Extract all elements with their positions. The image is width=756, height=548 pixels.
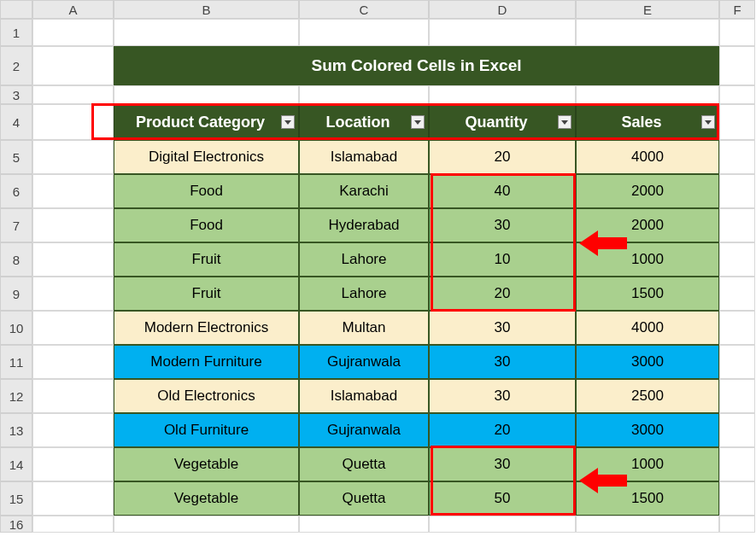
- cell-row16[interactable]: [429, 516, 576, 533]
- header-location[interactable]: Location: [299, 104, 429, 140]
- cell-f11[interactable]: [719, 345, 755, 379]
- cell-a1[interactable]: [32, 19, 114, 46]
- cell-b3[interactable]: [114, 85, 299, 104]
- row-header-8[interactable]: 8: [0, 242, 32, 277]
- col-header-c[interactable]: C: [299, 0, 429, 19]
- cell-row16[interactable]: [299, 516, 429, 533]
- table-cell-location[interactable]: Multan: [299, 311, 429, 345]
- cell-a7[interactable]: [32, 208, 114, 242]
- cell-f9[interactable]: [719, 277, 755, 311]
- cell-f8[interactable]: [719, 242, 755, 277]
- table-cell-location[interactable]: Hyderabad: [299, 208, 429, 242]
- cell-row16[interactable]: [719, 516, 755, 533]
- table-cell-category[interactable]: Fruit: [114, 242, 299, 277]
- filter-dropdown-icon[interactable]: [701, 115, 715, 129]
- table-cell-category[interactable]: Vegetable: [114, 447, 299, 481]
- col-header-d[interactable]: D: [429, 0, 576, 19]
- header-quantity[interactable]: Quantity: [429, 104, 576, 140]
- cell-a6[interactable]: [32, 174, 114, 208]
- table-cell-sales[interactable]: 2500: [576, 379, 719, 413]
- cell-a11[interactable]: [32, 345, 114, 379]
- table-cell-sales[interactable]: 3000: [576, 413, 719, 447]
- table-cell-location[interactable]: Karachi: [299, 174, 429, 208]
- row-header-10[interactable]: 10: [0, 311, 32, 345]
- cell-f4[interactable]: [719, 104, 755, 140]
- table-cell-sales[interactable]: 1500: [576, 481, 719, 516]
- row-header-5[interactable]: 5: [0, 140, 32, 174]
- row-header-4[interactable]: 4: [0, 104, 32, 140]
- table-cell-quantity[interactable]: 50: [429, 481, 576, 516]
- table-cell-category[interactable]: Vegetable: [114, 481, 299, 516]
- row-header-14[interactable]: 14: [0, 447, 32, 481]
- table-cell-quantity[interactable]: 30: [429, 345, 576, 379]
- table-cell-sales[interactable]: 3000: [576, 345, 719, 379]
- table-cell-quantity[interactable]: 10: [429, 242, 576, 277]
- row-header-15[interactable]: 15: [0, 481, 32, 516]
- cell-c3[interactable]: [299, 85, 429, 104]
- cell-row16[interactable]: [114, 516, 299, 533]
- table-cell-quantity[interactable]: 20: [429, 277, 576, 311]
- table-cell-category[interactable]: Food: [114, 208, 299, 242]
- cell-f6[interactable]: [719, 174, 755, 208]
- cell-f14[interactable]: [719, 447, 755, 481]
- cell-a15[interactable]: [32, 481, 114, 516]
- table-cell-category[interactable]: Modern Electronics: [114, 311, 299, 345]
- row-header-12[interactable]: 12: [0, 379, 32, 413]
- header-product-category[interactable]: Product Category: [114, 104, 299, 140]
- row-header-7[interactable]: 7: [0, 208, 32, 242]
- row-header-3[interactable]: 3: [0, 85, 32, 104]
- filter-dropdown-icon[interactable]: [281, 115, 295, 129]
- cell-a13[interactable]: [32, 413, 114, 447]
- table-cell-quantity[interactable]: 30: [429, 379, 576, 413]
- cell-e1[interactable]: [576, 19, 719, 46]
- table-cell-quantity[interactable]: 20: [429, 413, 576, 447]
- table-cell-category[interactable]: Old Electronics: [114, 379, 299, 413]
- cell-d1[interactable]: [429, 19, 576, 46]
- cell-f12[interactable]: [719, 379, 755, 413]
- table-cell-location[interactable]: Quetta: [299, 447, 429, 481]
- cell-a12[interactable]: [32, 379, 114, 413]
- table-cell-category[interactable]: Modern Furniture: [114, 345, 299, 379]
- select-all-corner[interactable]: [0, 0, 32, 19]
- table-cell-sales[interactable]: 2000: [576, 208, 719, 242]
- row-header-16[interactable]: 16: [0, 516, 32, 533]
- table-cell-location[interactable]: Gujranwala: [299, 345, 429, 379]
- table-cell-location[interactable]: Islamabad: [299, 140, 429, 174]
- table-cell-category[interactable]: Fruit: [114, 277, 299, 311]
- row-header-6[interactable]: 6: [0, 174, 32, 208]
- cell-row16[interactable]: [32, 516, 114, 533]
- table-cell-sales[interactable]: 1500: [576, 277, 719, 311]
- col-header-e[interactable]: E: [576, 0, 719, 19]
- cell-a9[interactable]: [32, 277, 114, 311]
- table-cell-category[interactable]: Digital Electronics: [114, 140, 299, 174]
- table-cell-quantity[interactable]: 30: [429, 447, 576, 481]
- table-cell-quantity[interactable]: 20: [429, 140, 576, 174]
- table-cell-location[interactable]: Lahore: [299, 277, 429, 311]
- table-cell-quantity[interactable]: 30: [429, 208, 576, 242]
- cell-d3[interactable]: [429, 85, 576, 104]
- cell-f2[interactable]: [719, 46, 755, 85]
- cell-f10[interactable]: [719, 311, 755, 345]
- table-cell-sales[interactable]: 2000: [576, 174, 719, 208]
- table-cell-quantity[interactable]: 30: [429, 311, 576, 345]
- cell-f13[interactable]: [719, 413, 755, 447]
- cell-e3[interactable]: [576, 85, 719, 104]
- table-cell-location[interactable]: Lahore: [299, 242, 429, 277]
- cell-b1[interactable]: [114, 19, 299, 46]
- cell-f15[interactable]: [719, 481, 755, 516]
- row-header-2[interactable]: 2: [0, 46, 32, 85]
- cell-a3[interactable]: [32, 85, 114, 104]
- table-cell-category[interactable]: Food: [114, 174, 299, 208]
- cell-c1[interactable]: [299, 19, 429, 46]
- table-cell-location[interactable]: Gujranwala: [299, 413, 429, 447]
- row-header-13[interactable]: 13: [0, 413, 32, 447]
- header-sales[interactable]: Sales: [576, 104, 719, 140]
- cell-a14[interactable]: [32, 447, 114, 481]
- col-header-f[interactable]: F: [719, 0, 755, 19]
- filter-dropdown-icon[interactable]: [558, 115, 571, 129]
- table-cell-sales[interactable]: 1000: [576, 447, 719, 481]
- cell-f5[interactable]: [719, 140, 755, 174]
- row-header-11[interactable]: 11: [0, 345, 32, 379]
- table-cell-location[interactable]: Islamabad: [299, 379, 429, 413]
- row-header-1[interactable]: 1: [0, 19, 32, 46]
